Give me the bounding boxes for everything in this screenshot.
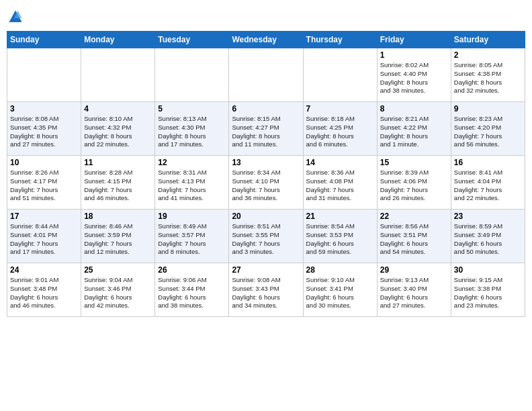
day-info: Sunrise: 8:41 AM Sunset: 4:04 PM Dayligh… bbox=[454, 169, 522, 203]
day-number: 10 bbox=[10, 158, 78, 167]
calendar-cell bbox=[155, 48, 229, 102]
day-info: Sunrise: 9:10 AM Sunset: 3:41 PM Dayligh… bbox=[306, 276, 374, 310]
calendar-cell bbox=[303, 48, 377, 102]
day-number: 3 bbox=[10, 104, 78, 113]
day-number: 30 bbox=[454, 265, 522, 275]
day-number: 11 bbox=[84, 158, 152, 167]
day-number: 4 bbox=[84, 104, 152, 113]
calendar-cell bbox=[7, 48, 81, 102]
calendar-cell: 25Sunrise: 9:04 AM Sunset: 3:46 PM Dayli… bbox=[81, 263, 155, 317]
calendar-day-header: Saturday bbox=[451, 32, 525, 48]
calendar-cell bbox=[229, 48, 303, 102]
calendar-cell: 21Sunrise: 8:54 AM Sunset: 3:53 PM Dayli… bbox=[303, 210, 377, 263]
calendar-day-header: Sunday bbox=[7, 32, 81, 48]
day-info: Sunrise: 9:01 AM Sunset: 3:48 PM Dayligh… bbox=[10, 276, 78, 310]
day-info: Sunrise: 8:23 AM Sunset: 4:20 PM Dayligh… bbox=[454, 115, 522, 149]
day-number: 21 bbox=[306, 212, 374, 221]
calendar-cell: 3Sunrise: 8:08 AM Sunset: 4:35 PM Daylig… bbox=[7, 102, 81, 156]
day-info: Sunrise: 9:08 AM Sunset: 3:43 PM Dayligh… bbox=[232, 276, 300, 310]
calendar-cell bbox=[81, 48, 155, 102]
day-info: Sunrise: 8:02 AM Sunset: 4:40 PM Dayligh… bbox=[380, 61, 448, 95]
calendar-cell: 4Sunrise: 8:10 AM Sunset: 4:32 PM Daylig… bbox=[81, 102, 155, 156]
day-info: Sunrise: 8:34 AM Sunset: 4:10 PM Dayligh… bbox=[232, 169, 300, 203]
calendar-week-row: 10Sunrise: 8:26 AM Sunset: 4:17 PM Dayli… bbox=[7, 156, 525, 210]
day-info: Sunrise: 8:39 AM Sunset: 4:06 PM Dayligh… bbox=[380, 169, 448, 203]
calendar-cell: 23Sunrise: 8:59 AM Sunset: 3:49 PM Dayli… bbox=[451, 210, 525, 263]
day-number: 19 bbox=[158, 212, 226, 221]
day-number: 27 bbox=[232, 265, 300, 275]
day-number: 16 bbox=[454, 158, 522, 167]
day-number: 18 bbox=[84, 212, 152, 221]
day-number: 1 bbox=[380, 50, 448, 60]
calendar-cell: 28Sunrise: 9:10 AM Sunset: 3:41 PM Dayli… bbox=[303, 263, 377, 317]
calendar-cell: 18Sunrise: 8:46 AM Sunset: 3:59 PM Dayli… bbox=[81, 210, 155, 263]
day-number: 6 bbox=[232, 104, 300, 113]
calendar-day-header: Wednesday bbox=[229, 32, 303, 48]
calendar-week-row: 17Sunrise: 8:44 AM Sunset: 4:01 PM Dayli… bbox=[7, 210, 525, 263]
calendar-cell: 27Sunrise: 9:08 AM Sunset: 3:43 PM Dayli… bbox=[229, 263, 303, 317]
day-info: Sunrise: 8:05 AM Sunset: 4:38 PM Dayligh… bbox=[454, 61, 522, 95]
day-number: 2 bbox=[454, 50, 522, 60]
calendar-header-row: SundayMondayTuesdayWednesdayThursdayFrid… bbox=[7, 32, 525, 48]
day-number: 22 bbox=[380, 212, 448, 221]
day-info: Sunrise: 8:49 AM Sunset: 3:57 PM Dayligh… bbox=[158, 222, 226, 257]
calendar-cell: 16Sunrise: 8:41 AM Sunset: 4:04 PM Dayli… bbox=[451, 156, 525, 210]
day-info: Sunrise: 8:51 AM Sunset: 3:55 PM Dayligh… bbox=[232, 222, 300, 257]
day-number: 14 bbox=[306, 158, 374, 167]
day-number: 28 bbox=[306, 265, 374, 275]
calendar-cell: 26Sunrise: 9:06 AM Sunset: 3:44 PM Dayli… bbox=[155, 263, 229, 317]
day-info: Sunrise: 8:36 AM Sunset: 4:08 PM Dayligh… bbox=[306, 169, 374, 203]
day-number: 24 bbox=[10, 265, 78, 275]
day-info: Sunrise: 8:28 AM Sunset: 4:15 PM Dayligh… bbox=[84, 169, 152, 203]
calendar-day-header: Tuesday bbox=[155, 32, 229, 48]
day-info: Sunrise: 8:59 AM Sunset: 3:49 PM Dayligh… bbox=[454, 222, 522, 257]
day-number: 23 bbox=[454, 212, 522, 221]
calendar-day-header: Friday bbox=[377, 32, 451, 48]
day-info: Sunrise: 8:21 AM Sunset: 4:22 PM Dayligh… bbox=[380, 115, 448, 149]
day-info: Sunrise: 9:13 AM Sunset: 3:40 PM Dayligh… bbox=[380, 276, 448, 310]
day-number: 13 bbox=[232, 158, 300, 167]
calendar-cell: 12Sunrise: 8:31 AM Sunset: 4:13 PM Dayli… bbox=[155, 156, 229, 210]
calendar-cell: 6Sunrise: 8:15 AM Sunset: 4:27 PM Daylig… bbox=[229, 102, 303, 156]
logo bbox=[7, 9, 23, 27]
day-number: 12 bbox=[158, 158, 226, 167]
day-info: Sunrise: 9:15 AM Sunset: 3:38 PM Dayligh… bbox=[454, 276, 522, 310]
day-number: 17 bbox=[10, 212, 78, 221]
calendar-cell: 1Sunrise: 8:02 AM Sunset: 4:40 PM Daylig… bbox=[377, 48, 451, 102]
day-info: Sunrise: 8:18 AM Sunset: 4:25 PM Dayligh… bbox=[306, 115, 374, 149]
day-info: Sunrise: 9:06 AM Sunset: 3:44 PM Dayligh… bbox=[158, 276, 226, 310]
calendar-table: SundayMondayTuesdayWednesdayThursdayFrid… bbox=[7, 31, 525, 317]
calendar-cell: 29Sunrise: 9:13 AM Sunset: 3:40 PM Dayli… bbox=[377, 263, 451, 317]
day-info: Sunrise: 8:31 AM Sunset: 4:13 PM Dayligh… bbox=[158, 169, 226, 203]
day-number: 15 bbox=[380, 158, 448, 167]
calendar-cell: 2Sunrise: 8:05 AM Sunset: 4:38 PM Daylig… bbox=[451, 48, 525, 102]
calendar-cell: 15Sunrise: 8:39 AM Sunset: 4:06 PM Dayli… bbox=[377, 156, 451, 210]
calendar-cell: 10Sunrise: 8:26 AM Sunset: 4:17 PM Dayli… bbox=[7, 156, 81, 210]
day-info: Sunrise: 8:13 AM Sunset: 4:30 PM Dayligh… bbox=[158, 115, 226, 149]
calendar-cell: 8Sunrise: 8:21 AM Sunset: 4:22 PM Daylig… bbox=[377, 102, 451, 156]
calendar-cell: 30Sunrise: 9:15 AM Sunset: 3:38 PM Dayli… bbox=[451, 263, 525, 317]
day-number: 5 bbox=[158, 104, 226, 113]
day-info: Sunrise: 8:46 AM Sunset: 3:59 PM Dayligh… bbox=[84, 222, 152, 257]
calendar-cell: 14Sunrise: 8:36 AM Sunset: 4:08 PM Dayli… bbox=[303, 156, 377, 210]
calendar-cell: 11Sunrise: 8:28 AM Sunset: 4:15 PM Dayli… bbox=[81, 156, 155, 210]
day-number: 9 bbox=[454, 104, 522, 113]
calendar-week-row: 24Sunrise: 9:01 AM Sunset: 3:48 PM Dayli… bbox=[7, 263, 525, 317]
day-info: Sunrise: 9:04 AM Sunset: 3:46 PM Dayligh… bbox=[84, 276, 152, 310]
calendar-cell: 5Sunrise: 8:13 AM Sunset: 4:30 PM Daylig… bbox=[155, 102, 229, 156]
day-info: Sunrise: 8:26 AM Sunset: 4:17 PM Dayligh… bbox=[10, 169, 78, 203]
calendar-cell: 19Sunrise: 8:49 AM Sunset: 3:57 PM Dayli… bbox=[155, 210, 229, 263]
calendar-day-header: Thursday bbox=[303, 32, 377, 48]
calendar-cell: 9Sunrise: 8:23 AM Sunset: 4:20 PM Daylig… bbox=[451, 102, 525, 156]
calendar-cell: 7Sunrise: 8:18 AM Sunset: 4:25 PM Daylig… bbox=[303, 102, 377, 156]
day-number: 8 bbox=[380, 104, 448, 113]
day-info: Sunrise: 8:10 AM Sunset: 4:32 PM Dayligh… bbox=[84, 115, 152, 149]
calendar-cell: 17Sunrise: 8:44 AM Sunset: 4:01 PM Dayli… bbox=[7, 210, 81, 263]
calendar-week-row: 1Sunrise: 8:02 AM Sunset: 4:40 PM Daylig… bbox=[7, 48, 525, 102]
calendar-week-row: 3Sunrise: 8:08 AM Sunset: 4:35 PM Daylig… bbox=[7, 102, 525, 156]
day-info: Sunrise: 8:56 AM Sunset: 3:51 PM Dayligh… bbox=[380, 222, 448, 257]
calendar-cell: 22Sunrise: 8:56 AM Sunset: 3:51 PM Dayli… bbox=[377, 210, 451, 263]
page-header bbox=[7, 7, 525, 27]
calendar-cell: 20Sunrise: 8:51 AM Sunset: 3:55 PM Dayli… bbox=[229, 210, 303, 263]
day-number: 25 bbox=[84, 265, 152, 275]
